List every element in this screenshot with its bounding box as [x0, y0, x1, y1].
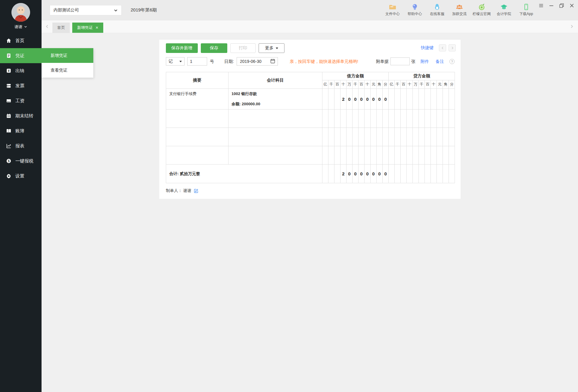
close-tab-icon[interactable]: ✕: [95, 26, 98, 30]
credit-digit-cell[interactable]: [431, 110, 437, 128]
debit-digit-cell[interactable]: 0: [377, 89, 383, 110]
credit-digit-cell[interactable]: [401, 110, 407, 128]
calendar-icon[interactable]: [270, 59, 275, 64]
summary-cell[interactable]: [166, 146, 228, 165]
debit-digit-cell[interactable]: [365, 146, 371, 165]
debit-digit-cell[interactable]: [322, 128, 328, 146]
credit-digit-cell[interactable]: [431, 128, 437, 146]
close-icon[interactable]: [569, 3, 574, 8]
credit-digit-cell[interactable]: [419, 110, 425, 128]
debit-digit-cell[interactable]: [322, 89, 328, 110]
credit-digit-cell[interactable]: [425, 128, 431, 146]
sidebar-item-1[interactable]: 凭证: [0, 48, 42, 63]
debit-digit-cell[interactable]: [322, 110, 328, 128]
debit-digit-cell[interactable]: [377, 110, 383, 128]
debit-digit-cell[interactable]: [334, 165, 340, 183]
sidebar-item-4[interactable]: 工资: [0, 93, 42, 108]
credit-digit-cell[interactable]: [425, 146, 431, 165]
restore-icon[interactable]: [559, 3, 564, 8]
credit-digit-cell[interactable]: [395, 89, 401, 110]
debit-digit-cell[interactable]: [371, 110, 377, 128]
more-button[interactable]: 更多: [259, 43, 284, 53]
account-cell[interactable]: [228, 128, 322, 146]
credit-digit-cell[interactable]: [395, 146, 401, 165]
next-voucher-button[interactable]: [449, 44, 456, 51]
debit-digit-cell[interactable]: [377, 146, 383, 165]
debit-digit-cell[interactable]: [371, 146, 377, 165]
credit-digit-cell[interactable]: [407, 146, 413, 165]
credit-digit-cell[interactable]: [431, 146, 437, 165]
submenu-item-0[interactable]: 新增凭证: [42, 48, 93, 63]
summary-cell[interactable]: [166, 128, 228, 146]
debit-digit-cell[interactable]: [353, 146, 359, 165]
credit-digit-cell[interactable]: [401, 165, 407, 183]
debit-digit-cell[interactable]: 0: [377, 165, 383, 183]
shortcut-keys-link[interactable]: 快捷键: [421, 45, 434, 51]
credit-digit-cell[interactable]: [413, 146, 419, 165]
debit-digit-cell[interactable]: 0: [371, 165, 377, 183]
note-link[interactable]: 备注: [436, 57, 444, 66]
attachment-count-input[interactable]: [391, 58, 409, 65]
debit-digit-cell[interactable]: 0: [346, 89, 353, 110]
debit-digit-cell[interactable]: [328, 89, 334, 110]
sidebar-item-7[interactable]: 报表: [0, 138, 42, 153]
debit-digit-cell[interactable]: [365, 110, 371, 128]
credit-digit-cell[interactable]: [431, 89, 437, 110]
credit-digit-cell[interactable]: [437, 110, 443, 128]
debit-digit-cell[interactable]: [359, 128, 365, 146]
credit-digit-cell[interactable]: [425, 89, 431, 110]
save-and-new-button[interactable]: 保存并新增: [166, 43, 198, 53]
credit-digit-cell[interactable]: [419, 165, 425, 183]
user-profile[interactable]: 谢谢: [0, 0, 42, 33]
debit-digit-cell[interactable]: [334, 110, 340, 128]
quick-link-4[interactable]: 柠檬云官网: [472, 2, 491, 17]
quick-link-0[interactable]: 文件中心: [383, 2, 402, 17]
user-avatar[interactable]: [11, 3, 30, 22]
credit-digit-cell[interactable]: [395, 165, 401, 183]
voucher-number-input[interactable]: [188, 57, 207, 65]
debit-digit-cell[interactable]: [340, 128, 346, 146]
quick-link-2[interactable]: 在线客服: [427, 2, 447, 17]
account-cell[interactable]: 1002 银行存款余额: 200000.00: [228, 89, 322, 110]
date-picker[interactable]: 2019-06-30: [237, 57, 278, 66]
debit-digit-cell[interactable]: [328, 146, 334, 165]
credit-digit-cell[interactable]: [443, 128, 449, 146]
credit-digit-cell[interactable]: [437, 146, 443, 165]
debit-digit-cell[interactable]: [334, 89, 340, 110]
credit-digit-cell[interactable]: [425, 110, 431, 128]
debit-digit-cell[interactable]: [365, 128, 371, 146]
credit-digit-cell[interactable]: [437, 89, 443, 110]
company-select[interactable]: 内部测试公司: [50, 5, 122, 15]
credit-digit-cell[interactable]: [389, 89, 395, 110]
debit-digit-cell[interactable]: 0: [353, 89, 359, 110]
credit-digit-cell[interactable]: [449, 165, 455, 183]
account-cell[interactable]: [228, 110, 322, 128]
debit-digit-cell[interactable]: [328, 110, 334, 128]
debit-digit-cell[interactable]: 0: [359, 89, 365, 110]
debit-digit-cell[interactable]: [328, 128, 334, 146]
debit-digit-cell[interactable]: [353, 110, 359, 128]
credit-digit-cell[interactable]: [389, 146, 395, 165]
credit-digit-cell[interactable]: [407, 110, 413, 128]
prev-voucher-button[interactable]: [439, 44, 446, 51]
debit-digit-cell[interactable]: [346, 146, 353, 165]
credit-digit-cell[interactable]: [389, 110, 395, 128]
debit-digit-cell[interactable]: [383, 128, 389, 146]
debit-digit-cell[interactable]: 0: [371, 89, 377, 110]
tab-scroll-right-icon[interactable]: [570, 24, 574, 29]
debit-digit-cell[interactable]: [346, 110, 353, 128]
credit-digit-cell[interactable]: [449, 110, 455, 128]
save-button[interactable]: 保存: [201, 43, 227, 53]
credit-digit-cell[interactable]: [425, 165, 431, 183]
credit-digit-cell[interactable]: [401, 89, 407, 110]
credit-digit-cell[interactable]: [389, 165, 395, 183]
sidebar-item-0[interactable]: 首页: [0, 33, 42, 48]
debit-digit-cell[interactable]: 0: [383, 89, 389, 110]
credit-digit-cell[interactable]: [443, 146, 449, 165]
debit-digit-cell[interactable]: 0: [359, 165, 365, 183]
debit-digit-cell[interactable]: 0: [353, 165, 359, 183]
quick-link-1[interactable]: 帮助中心: [405, 2, 424, 17]
edit-maker-icon[interactable]: [194, 189, 198, 193]
sidebar-item-8[interactable]: $一键报税: [0, 153, 42, 168]
credit-digit-cell[interactable]: [389, 128, 395, 146]
